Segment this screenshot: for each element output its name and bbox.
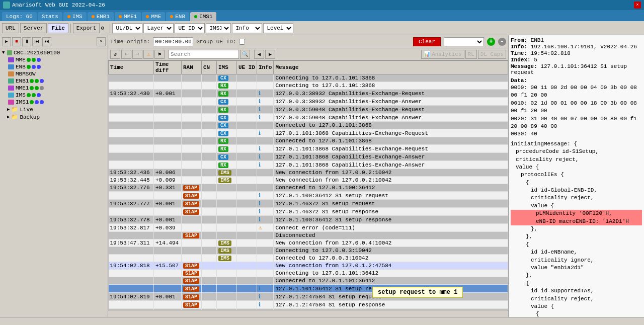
clear-button[interactable]: Clear (413, 37, 441, 46)
tree-node-mbmsgw[interactable]: MBMSGW (1, 70, 107, 77)
table-row[interactable]: CXConnecting to 127.0.1.101:3868 (109, 74, 508, 82)
ul-dl-select[interactable]: UL/DLULDL (112, 23, 142, 33)
group-ue-checkbox[interactable] (239, 39, 245, 45)
cell-info: ℹ (257, 106, 274, 114)
tree-root[interactable]: ▼ CBC-2021050100 (1, 49, 107, 56)
forward-btn[interactable]: → (132, 50, 142, 59)
cell-ran (182, 216, 202, 224)
sidebar-backup[interactable]: ▶ 📁 Backup (1, 113, 107, 121)
level-select[interactable]: Level (263, 23, 293, 33)
tab-mme[interactable]: MME (142, 12, 165, 21)
next-result-btn[interactable]: ▶ (265, 50, 275, 59)
tab-stats[interactable]: Stats (38, 12, 62, 21)
filter-preset-select[interactable] (444, 37, 484, 46)
export-button[interactable]: Export (73, 23, 100, 33)
table-row[interactable]: RXℹ127.0.1.101:3868 Capabilities-Exchang… (109, 145, 508, 153)
time-origin-input[interactable] (153, 37, 193, 46)
warning-btn[interactable]: ⚠ (143, 50, 153, 59)
table-row[interactable]: 19:53:32.778+0.001ℹ127.0.1.100:36412 S1 … (109, 216, 508, 224)
table-row[interactable]: 19:53:47.311+14.494IMSNew connection fro… (109, 239, 508, 247)
table-row[interactable]: CXℹ127.0.1.101:3868 Capabilities-Exchang… (109, 129, 508, 137)
table-row[interactable]: 19:54:02.819+0.001S1APℹ127.0.1.2:47584 S… (109, 293, 508, 301)
table-row[interactable]: IMSConnecting to 127.0.0.3:10042 (109, 247, 508, 255)
sidebar-prev-btn[interactable]: ⏮ (32, 37, 41, 46)
tab-dot-enb1 (92, 15, 95, 18)
table-row[interactable]: RXℹ127.0.1.101:3868 Capabilities-Exchang… (109, 161, 508, 169)
tree-node-ims1[interactable]: IMS1 (1, 99, 107, 106)
badge-s1ap: S1AP (183, 201, 199, 207)
sidebar-stop-btn[interactable]: ■ (12, 37, 21, 46)
filter-add-button[interactable]: + (487, 38, 495, 46)
cell-ran (182, 129, 202, 137)
dl-caps-button[interactable]: DL Caps (478, 50, 506, 59)
table-row[interactable]: 19:54:02.818+15.507S1APNew connection fr… (109, 262, 508, 270)
table-row[interactable]: CXConnected to 127.0.1.101:3868 (109, 122, 508, 129)
sidebar-close-btn[interactable]: × (97, 37, 106, 46)
cell-ueid (237, 74, 257, 82)
table-row[interactable]: 19:53:32.777+0.001S1APℹ127.0.1.46372 S1 … (109, 200, 508, 208)
tab-enb1[interactable]: ENB1 (88, 12, 114, 21)
imsi-select[interactable]: IMSI (206, 23, 231, 33)
file-button[interactable]: File (48, 23, 68, 33)
rl-button[interactable]: RL (465, 50, 477, 59)
prev-result-btn[interactable]: ◀ (254, 50, 264, 59)
cell-msg: New connection from 127.0.0.2:10042 (274, 169, 508, 177)
tree-node-mme[interactable]: MME (1, 56, 107, 63)
cell-ims: CX (217, 74, 237, 82)
tree-node-enb[interactable]: ENB (1, 63, 107, 70)
tree-node-enb1[interactable]: ENB1 (1, 77, 107, 85)
horizontal-scrollbar[interactable] (108, 310, 508, 317)
settings-icon[interactable]: ⚙ (101, 25, 108, 32)
table-row[interactable]: RXConnected to 127.0.1.101:3868 (109, 137, 508, 145)
message-toolbar: ↺ ← → ⚠ ⚑ 🔍 ◀ ▶ 📊 Analytics RL DL Caps (108, 48, 508, 60)
tab-ims1[interactable]: IMS1 (190, 12, 216, 21)
close-button[interactable]: × (634, 2, 641, 9)
table-row[interactable]: S1APConnecting to 127.0.1.101:36412 (109, 270, 508, 277)
refresh-btn[interactable]: ↺ (110, 50, 120, 59)
table-row[interactable]: 19:53:32.776+0.331S1APConnected to 127.0… (109, 184, 508, 192)
sidebar-live[interactable]: ▶ 📁 Live (1, 106, 107, 113)
table-row[interactable]: 19:53:32.430+0.001RXℹ127.0.0.3:38932 Cap… (109, 90, 508, 98)
sidebar-pause-btn[interactable]: ⏸ (22, 37, 31, 46)
info-icon: ℹ (259, 130, 261, 136)
tree-node-mme1[interactable]: MME1 (1, 85, 107, 92)
back-btn[interactable]: ← (121, 50, 131, 59)
analytics-button[interactable]: 📊 Analytics (421, 50, 464, 59)
table-row[interactable]: S1APConnected to 127.0.1.101:36412 (109, 277, 508, 285)
tab-ims[interactable]: IMS (63, 12, 87, 21)
tree-node-ims[interactable]: IMS (1, 92, 107, 99)
cell-msg: Connected to 127.0.1.100:36412 (274, 184, 508, 192)
tab-mme1[interactable]: MME1 (115, 12, 141, 21)
search-icon[interactable]: 🔍 (240, 50, 250, 59)
table-row[interactable]: 19:53:32.445+0.009IMSNew connection from… (109, 177, 508, 184)
table-row[interactable]: CXℹ127.0.0.3:38932 Capabilities-Exchange… (109, 98, 508, 106)
url-button[interactable]: URL (2, 23, 19, 33)
server-button[interactable]: Server (20, 23, 47, 33)
flag-btn[interactable]: ⚑ (154, 50, 165, 59)
cell-ran: S1AP (182, 208, 202, 216)
sidebar-play-btn[interactable]: ▶ (2, 37, 11, 46)
table-row[interactable]: RXℹ127.0.0.3:59048 Capabilities-Exchange… (109, 106, 508, 114)
table-row[interactable]: CXℹ127.0.0.3:59048 Capabilities-Exchange… (109, 114, 508, 122)
ue-id-select[interactable]: UE ID (175, 23, 205, 33)
tab-logs[interactable]: Logs: 60 (2, 12, 37, 21)
info-select[interactable]: Info (232, 23, 262, 33)
table-row[interactable]: S1APℹ127.0.1.2:47584 S1 setup response (109, 301, 508, 309)
sidebar-next-btn[interactable]: ⏭ (42, 37, 51, 46)
layer-select[interactable]: Layer (143, 23, 174, 33)
cell-ims: CX (217, 114, 237, 122)
table-row[interactable]: S1APℹ127.0.1.101:36412 S1 setup request (109, 285, 508, 293)
filter-remove-button[interactable]: - (498, 38, 506, 46)
table-row[interactable]: CXℹ127.0.1.101:3868 Capabilities-Exchang… (109, 153, 508, 161)
table-row[interactable]: 19:53:32.436+0.006IMSNew connection from… (109, 169, 508, 177)
table-row[interactable]: S1APℹ127.0.1.100:36412 S1 setup request (109, 192, 508, 200)
cell-diff (154, 106, 182, 114)
search-input[interactable] (169, 50, 239, 59)
code-line: criticality ignore, (511, 257, 642, 264)
table-row[interactable]: IMSConnected to 127.0.0.3:10042 (109, 255, 508, 262)
tab-enb[interactable]: ENB (166, 12, 189, 21)
table-row[interactable]: 19:53:32.817+0.039⚠Connect error (code=1… (109, 224, 508, 232)
table-row[interactable]: RXConnecting to 127.0.1.101:3868 (109, 82, 508, 90)
table-row[interactable]: S1APDisconnected (109, 232, 508, 239)
table-row[interactable]: S1APℹ127.0.1.46372 S1 setup response (109, 208, 508, 216)
